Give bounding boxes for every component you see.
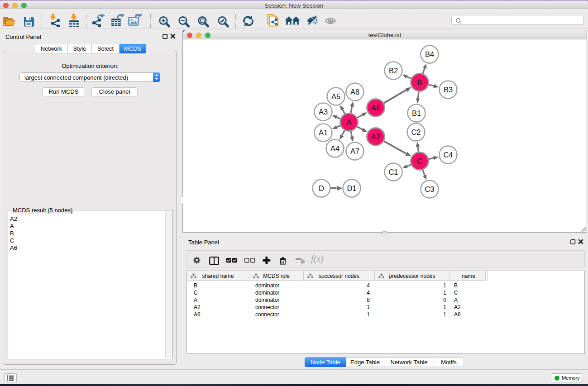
svg-text:C4: C4 <box>443 151 453 159</box>
svg-text:A2: A2 <box>371 133 380 141</box>
svg-text:A7: A7 <box>350 147 359 155</box>
svg-text:f(x): f(x) <box>311 254 324 264</box>
svg-text:A: A <box>346 118 351 126</box>
svg-text:C2: C2 <box>411 128 421 136</box>
svg-text:A5: A5 <box>331 92 340 100</box>
svg-text:A3: A3 <box>319 108 328 116</box>
svg-text:B3: B3 <box>444 86 453 94</box>
svg-text:D: D <box>319 184 324 192</box>
svg-text:A1: A1 <box>319 129 328 137</box>
svg-text:C: C <box>417 157 422 165</box>
svg-text:B: B <box>417 78 422 86</box>
svg-text:A8: A8 <box>350 88 359 96</box>
svg-text:C1: C1 <box>388 168 398 176</box>
svg-text:A4: A4 <box>330 144 339 152</box>
svg-text:C3: C3 <box>425 185 434 193</box>
svg-text:B4: B4 <box>425 50 434 58</box>
svg-text:B1: B1 <box>412 109 421 117</box>
svg-text:B2: B2 <box>389 67 398 75</box>
svg-text:D1: D1 <box>347 184 356 192</box>
svg-text:A6: A6 <box>371 104 380 112</box>
